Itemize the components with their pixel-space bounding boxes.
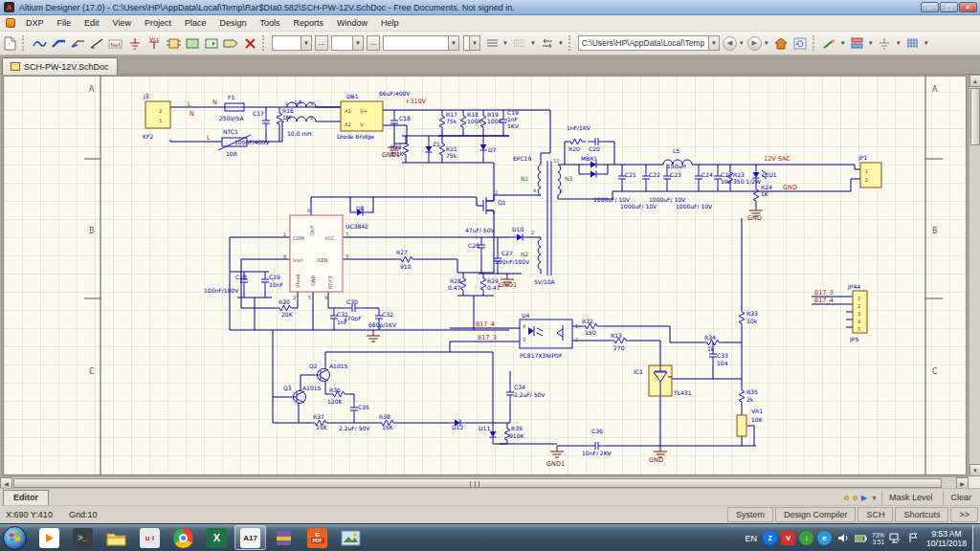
taskbar-image-viewer[interactable]	[335, 525, 367, 550]
menu-help[interactable]: Help	[374, 16, 406, 30]
volume-icon[interactable]	[835, 531, 850, 545]
new-document-button[interactable]	[0, 34, 19, 53]
taskbar-altium[interactable]: A17	[234, 525, 266, 550]
action-center-flag-icon[interactable]	[906, 531, 921, 545]
chevron-down-icon[interactable]: ▼	[739, 40, 745, 46]
v-app-icon[interactable]: V	[781, 531, 795, 545]
taskbar-media-player[interactable]	[33, 525, 65, 550]
mask-dot-icon[interactable]	[853, 496, 858, 500]
horizontal-scroll-thumb[interactable]	[13, 478, 942, 488]
language-indicator[interactable]: EN	[746, 534, 758, 543]
clear-button[interactable]: Clear	[943, 491, 978, 505]
chevron-down-icon[interactable]: ▼	[840, 40, 846, 46]
menu-tools[interactable]: Tools	[253, 16, 286, 30]
editor-tab[interactable]: Editor	[3, 490, 49, 505]
forward-button[interactable]: ▶	[747, 36, 762, 51]
menu-window[interactable]: Window	[330, 16, 374, 30]
place-bus-icon[interactable]	[49, 34, 68, 53]
idm-icon[interactable]: ↓	[799, 531, 813, 545]
menu-file[interactable]: File	[51, 16, 78, 30]
mask-filter-icon[interactable]: ▼	[871, 495, 878, 501]
no-erc-icon[interactable]	[240, 34, 259, 53]
place-port-icon[interactable]	[221, 34, 240, 53]
taskbar-console[interactable]: >_	[67, 525, 99, 550]
minimize-button[interactable]: –	[921, 2, 939, 12]
taskbar-foxit-pdf[interactable]: GPDF	[301, 525, 333, 550]
maximize-button[interactable]: ▢	[940, 2, 958, 12]
schematic-editor-canvas[interactable]: ABCABCJ3KF221LNNLF1250V/5ANTC110RC17R161…	[0, 75, 969, 476]
panel-sch[interactable]: SCH	[858, 507, 893, 522]
chevron-down-icon[interactable]: ▼	[502, 40, 508, 46]
mask-dot-icon[interactable]	[844, 496, 849, 500]
place-sheet-entry-icon[interactable]	[202, 34, 221, 53]
chevron-down-icon[interactable]: ▼	[448, 36, 458, 50]
connector-j3[interactable]	[145, 101, 170, 128]
chevron-down-icon[interactable]: ▼	[896, 40, 902, 46]
place-wire-icon[interactable]	[30, 34, 49, 53]
chevron-down-icon[interactable]: ▼	[301, 36, 311, 50]
chevron-down-icon[interactable]: ▼	[558, 40, 564, 46]
browse-button-1[interactable]: ...	[315, 35, 328, 51]
panel-system[interactable]: System	[727, 507, 773, 522]
vertical-scrollbar[interactable]: ▲ ▼	[969, 75, 980, 476]
vertical-scroll-thumb[interactable]	[970, 88, 980, 145]
place-net-label-icon[interactable]: Net	[106, 34, 125, 53]
menu-reports[interactable]: Reports	[286, 16, 330, 30]
taskbar-winrar[interactable]	[268, 525, 300, 550]
optocoupler-u4[interactable]	[520, 320, 572, 348]
chevron-down-icon[interactable]: ▼	[530, 40, 536, 46]
network-icon[interactable]	[888, 531, 902, 545]
messenger-icon[interactable]: e	[817, 531, 832, 545]
browse-button-2[interactable]: ...	[367, 35, 380, 51]
menu-design[interactable]: Design	[212, 16, 253, 30]
toolbar-combo-4[interactable]: ▼	[463, 35, 480, 51]
panel-design-compiler[interactable]: Design Compiler	[775, 507, 857, 522]
taskbar-chrome[interactable]	[167, 525, 199, 550]
menu-view[interactable]: View	[106, 16, 138, 30]
zalo-icon[interactable]: Z	[763, 531, 777, 545]
menu-dxp[interactable]: DXP	[19, 16, 51, 30]
close-button[interactable]: ✕	[959, 2, 977, 12]
chevron-down-icon[interactable]: ▼	[352, 36, 363, 50]
layer-colors-icon[interactable]	[848, 34, 867, 53]
place-gnd-port-icon[interactable]	[125, 34, 145, 53]
mask-play-icon[interactable]: ▶	[861, 494, 867, 502]
taskbar-explorer[interactable]	[100, 525, 132, 550]
scroll-grip[interactable]	[470, 481, 479, 487]
grid-dots-icon[interactable]	[510, 34, 529, 53]
back-button[interactable]: ◀	[723, 36, 737, 51]
taskbar-excel[interactable]: X	[201, 525, 233, 550]
scroll-down-arrow[interactable]: ▼	[969, 464, 980, 476]
battery-icon[interactable]	[854, 531, 868, 545]
taskbar-unikey[interactable]: u i	[134, 525, 166, 550]
panel-shortcuts[interactable]: Shortcuts	[895, 507, 948, 522]
connector-jp1[interactable]	[860, 163, 881, 187]
show-desktop-button[interactable]	[972, 524, 980, 551]
refresh-button[interactable]	[791, 34, 810, 53]
panel-more[interactable]: >>	[950, 507, 978, 522]
place-part-icon[interactable]	[164, 34, 183, 53]
place-harness-icon[interactable]	[68, 34, 87, 53]
place-line-icon[interactable]	[87, 34, 106, 53]
toolbar-combo-3[interactable]: ▼	[383, 35, 459, 51]
measure-tool-icon[interactable]	[820, 34, 839, 53]
place-vcc-port-icon[interactable]: Vcc	[145, 34, 164, 53]
mask-level-button[interactable]: Mask Level	[881, 491, 940, 505]
chevron-down-icon[interactable]: ▼	[764, 40, 769, 46]
menu-edit[interactable]: Edit	[78, 16, 106, 30]
swap-arrows-icon[interactable]	[538, 34, 557, 53]
potentiometer-vr1[interactable]	[737, 415, 746, 436]
toolbar-combo-1[interactable]: ▼	[272, 35, 312, 51]
chevron-down-icon[interactable]: ▼	[868, 40, 874, 46]
grid-settings-icon[interactable]	[903, 34, 923, 53]
scroll-up-arrow[interactable]: ▲	[969, 75, 980, 87]
menu-place[interactable]: Place	[178, 16, 213, 30]
power-port-tool-icon[interactable]	[876, 34, 895, 53]
chevron-down-icon[interactable]: ▼	[924, 40, 929, 46]
menu-project[interactable]: Project	[138, 16, 178, 30]
path-combo[interactable]: C:\Users\HP\AppData\Local\Temp▼	[578, 35, 720, 51]
chevron-down-icon[interactable]: ▼	[469, 36, 479, 50]
toolbar-combo-2[interactable]: ▼	[331, 35, 364, 51]
taskbar-clock[interactable]: 9:53 AM10/11/2018	[926, 529, 967, 548]
home-button[interactable]	[771, 34, 791, 53]
